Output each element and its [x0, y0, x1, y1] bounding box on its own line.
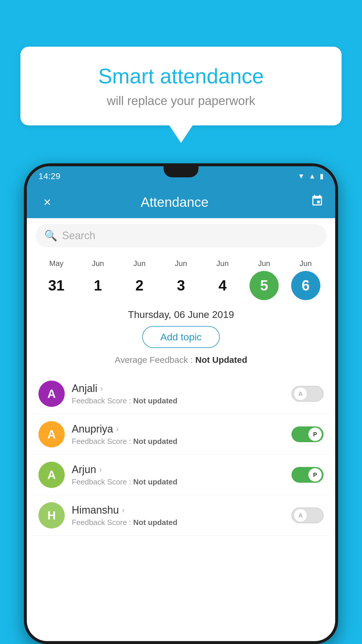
attendance-toggle-arjun[interactable]: P — [291, 467, 324, 483]
day-month-label: May — [49, 259, 64, 268]
student-name: Anupriya › — [72, 423, 284, 435]
calendar-day-0[interactable]: May31 — [39, 259, 74, 300]
speech-bubble-subtitle: will replace your paperwork — [44, 94, 318, 108]
calendar-day-2[interactable]: Jun2 — [122, 259, 157, 300]
selected-date-label: Thursday, 06 June 2019 — [27, 300, 335, 326]
day-month-label: Jun — [92, 259, 104, 268]
student-feedback-score: Feedback Score : Not updated — [72, 518, 284, 527]
calendar-button[interactable] — [311, 194, 324, 210]
calendar-day-3[interactable]: Jun3 — [164, 259, 198, 300]
student-info: Arjun ›Feedback Score : Not updated — [72, 463, 284, 487]
speech-bubble: Smart attendance will replace your paper… — [20, 47, 342, 125]
day-number-label: 1 — [83, 271, 113, 300]
app-bar-title: Attendance — [38, 194, 311, 210]
day-month-label: Jun — [300, 259, 312, 268]
phone-notch — [164, 166, 198, 177]
signal-icon: ▲ — [309, 172, 316, 180]
day-number-label: 2 — [125, 271, 154, 300]
calendar-day-6[interactable]: Jun6 — [288, 259, 323, 300]
day-number-label: 5 — [249, 271, 279, 300]
student-item-3[interactable]: HHimanshu ›Feedback Score : Not updatedA — [33, 495, 329, 536]
phone-frame: 14:29 ▼ ▲ ▮ × Attendance 🔍 Search M — [24, 163, 338, 644]
student-name: Himanshu › — [72, 504, 284, 516]
day-month-label: Jun — [258, 259, 270, 268]
search-icon: 🔍 — [44, 230, 57, 242]
student-feedback-score: Feedback Score : Not updated — [72, 477, 284, 487]
toggle-knob: A — [294, 509, 307, 522]
speech-bubble-container: Smart attendance will replace your paper… — [20, 47, 342, 143]
calendar-day-4[interactable]: Jun4 — [205, 259, 240, 300]
student-item-0[interactable]: AAnjali ›Feedback Score : Not updatedA — [33, 374, 329, 414]
day-month-label: Jun — [217, 259, 229, 268]
status-icons: ▼ ▲ ▮ — [298, 172, 324, 180]
student-feedback-score: Feedback Score : Not updated — [72, 396, 284, 405]
student-list: AAnjali ›Feedback Score : Not updatedAAA… — [27, 374, 335, 536]
day-number-label: 31 — [42, 271, 71, 300]
day-month-label: Jun — [175, 259, 187, 268]
add-topic-button[interactable]: Add topic — [142, 326, 220, 348]
avg-feedback-label: Average Feedback : — [115, 355, 193, 365]
student-info: Anjali ›Feedback Score : Not updated — [72, 382, 284, 405]
student-item-1[interactable]: AAnupriya ›Feedback Score : Not updatedP — [33, 414, 329, 455]
toggle-knob: P — [308, 468, 322, 482]
search-bar[interactable]: 🔍 Search — [36, 224, 326, 247]
battery-icon: ▮ — [320, 172, 324, 180]
attendance-toggle-anjali[interactable]: A — [291, 386, 324, 402]
avg-feedback-value: Not Updated — [195, 355, 247, 365]
student-feedback-score: Feedback Score : Not updated — [72, 437, 284, 446]
day-number-label: 6 — [291, 271, 320, 300]
student-avatar: H — [38, 502, 65, 528]
day-month-label: Jun — [133, 259, 145, 268]
student-info: Anupriya ›Feedback Score : Not updated — [72, 423, 284, 446]
app-bar: × Attendance — [27, 186, 335, 218]
toggle-knob: P — [308, 428, 322, 441]
wifi-icon: ▼ — [298, 172, 305, 180]
student-name: Anjali › — [72, 382, 284, 395]
speech-bubble-title: Smart attendance — [44, 64, 318, 88]
student-avatar: A — [38, 462, 65, 488]
status-time: 14:29 — [38, 171, 60, 181]
calendar-day-5[interactable]: Jun5 — [247, 259, 282, 300]
chevron-right-icon: › — [116, 424, 119, 434]
chevron-right-icon: › — [99, 465, 102, 474]
calendar-day-1[interactable]: Jun1 — [80, 259, 115, 300]
student-avatar: A — [38, 421, 65, 447]
speech-bubble-tail — [169, 125, 193, 143]
avg-feedback: Average Feedback : Not Updated — [27, 355, 335, 365]
search-placeholder: Search — [62, 230, 95, 242]
day-number-label: 4 — [208, 271, 237, 300]
day-number-label: 3 — [166, 271, 196, 300]
chevron-right-icon: › — [100, 384, 103, 393]
attendance-toggle-anupriya[interactable]: P — [291, 426, 324, 442]
student-item-2[interactable]: AArjun ›Feedback Score : Not updatedP — [33, 455, 329, 495]
calendar-strip: May31Jun1Jun2Jun3Jun4Jun5Jun6 — [27, 253, 335, 300]
student-info: Himanshu ›Feedback Score : Not updated — [72, 504, 284, 527]
attendance-toggle-himanshu[interactable]: A — [291, 508, 324, 523]
student-avatar: A — [38, 381, 65, 407]
phone-inner: 14:29 ▼ ▲ ▮ × Attendance 🔍 Search M — [27, 166, 335, 641]
student-name: Arjun › — [72, 463, 284, 476]
chevron-right-icon: › — [122, 505, 124, 515]
toggle-knob: A — [294, 387, 307, 400]
